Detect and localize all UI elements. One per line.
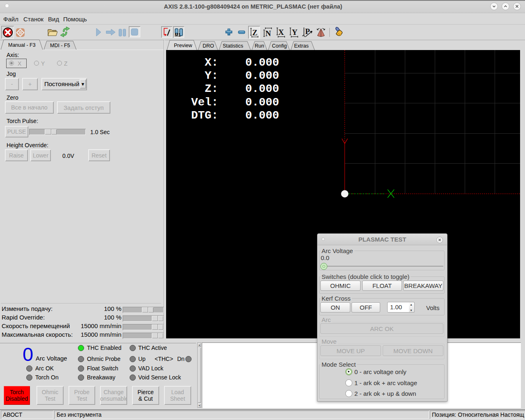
svg-text:DRO: DRO: [203, 43, 214, 49]
svg-text:Statistics: Statistics: [223, 43, 243, 49]
svg-text:MDI - F5: MDI - F5: [50, 43, 70, 48]
svg-text:N: N: [265, 29, 271, 38]
svg-text:Extras: Extras: [294, 43, 308, 49]
svg-text:Y: Y: [292, 28, 298, 37]
svg-text:M1: M1: [175, 32, 181, 37]
svg-text:X: X: [278, 28, 284, 37]
svg-text:P: P: [305, 27, 310, 36]
svg-text:Preview: Preview: [174, 43, 192, 48]
svg-text:Run: Run: [255, 43, 264, 49]
svg-text:Manual - F3: Manual - F3: [8, 42, 36, 48]
svg-text:Z: Z: [252, 28, 258, 37]
svg-text:Config: Config: [272, 43, 287, 49]
